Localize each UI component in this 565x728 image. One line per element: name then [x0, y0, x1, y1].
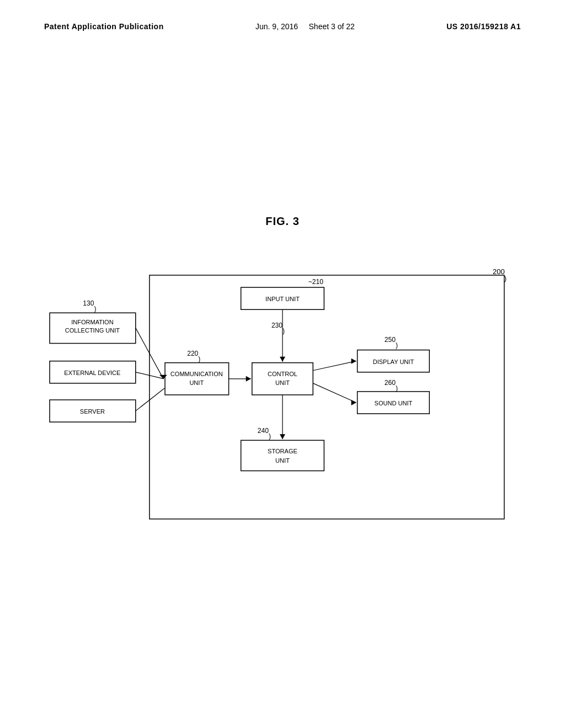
header: Patent Application Publication Jun. 9, 2…: [0, 22, 565, 31]
svg-line-7: [313, 383, 356, 403]
label-220: 220: [187, 350, 198, 357]
svg-line-6: [313, 361, 356, 371]
block-diagram: 200 ) 130 ) INFORMATION COLLECTING UNIT …: [44, 254, 521, 540]
label-250: 250: [385, 336, 396, 344]
svg-rect-0: [150, 275, 504, 519]
diagram: 200 ) 130 ) INFORMATION COLLECTING UNIT …: [44, 254, 521, 543]
control-box: [252, 363, 313, 395]
storage-label-line1: STORAGE: [268, 448, 297, 454]
date-label: Jun. 9, 2016: [255, 22, 298, 31]
communication-label-line1: COMMUNICATION: [170, 371, 223, 377]
arrow-control-storage: [280, 434, 285, 439]
external-device-label: EXTERNAL DEVICE: [64, 370, 120, 376]
svg-line-3: [136, 388, 164, 411]
label-210: ~210: [308, 278, 323, 286]
page: Patent Application Publication Jun. 9, 2…: [0, 0, 565, 728]
bracket-130: ): [94, 305, 96, 313]
sheet-label: Sheet 3 of 22: [309, 22, 355, 31]
input-unit-label: INPUT UNIT: [265, 296, 300, 302]
arrow-input-control: [280, 357, 285, 362]
server-label: SERVER: [80, 408, 105, 415]
patent-number-label: US 2016/159218 A1: [446, 22, 521, 31]
bracket-220: ): [198, 355, 200, 363]
arrow-control-display: [351, 358, 356, 364]
communication-box: [165, 363, 229, 395]
info-collecting-label-line2: COLLECTING UNIT: [65, 327, 120, 334]
sound-label: SOUND UNIT: [375, 400, 413, 406]
bracket-240: ): [269, 432, 271, 440]
label-260: 260: [385, 379, 396, 387]
display-label: DISPLAY UNIT: [373, 358, 414, 365]
bracket-250: ): [396, 341, 398, 349]
label-240: 240: [258, 427, 269, 435]
arrow-control-sound: [351, 400, 356, 405]
communication-label-line2: UNIT: [189, 379, 204, 386]
bracket-260: ): [396, 384, 398, 392]
publication-label: Patent Application Publication: [44, 22, 164, 31]
bracket-200: ): [504, 274, 507, 282]
label-130: 130: [83, 299, 94, 307]
storage-box: [241, 440, 324, 470]
label-200: 200: [493, 267, 505, 276]
label-230: 230: [271, 322, 282, 329]
figure-title: FIG. 3: [265, 215, 300, 228]
control-label-line1: CONTROL: [268, 371, 297, 377]
control-label-line2: UNIT: [275, 379, 290, 386]
info-collecting-label-line1: INFORMATION: [71, 319, 114, 325]
date-sheet-label: Jun. 9, 2016 Sheet 3 of 22: [255, 22, 355, 31]
arrow-comm-control: [246, 376, 251, 382]
storage-label-line2: UNIT: [275, 457, 290, 464]
